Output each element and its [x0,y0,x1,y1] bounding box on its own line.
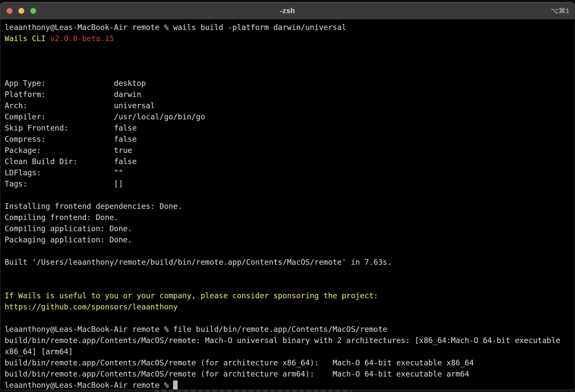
background-window-text-smudge [155,390,352,392]
terminal-line: Built '/Users/leaanthony/remote/build/bi… [5,257,575,268]
terminal-cursor [173,380,178,389]
minimize-button[interactable] [18,8,24,14]
traffic-lights [7,2,36,19]
terminal-line: Compiler: /usr/local/go/bin/go [5,111,575,122]
window-title: -zsh [0,7,575,15]
terminal-line [5,66,575,78]
terminal-line [5,189,575,201]
terminal-line [5,44,575,55]
terminal-line [5,55,575,66]
window-shortcut-hint: ⌥⌘1 [551,2,569,19]
terminal-line: Wails CLI v2.0.0-beta.15 [5,33,575,44]
terminal-line: Arch: universal [5,100,575,111]
terminal-line: Platform: darwin [5,89,575,100]
terminal-line: Tags: [] [5,178,575,189]
terminal-line: Skip Frontend: false [5,122,575,134]
titlebar[interactable]: -zsh ⌥⌘1 [0,2,575,19]
terminal-line [5,268,575,279]
terminal-line [5,279,575,290]
terminal-line: App Type: desktop [5,78,575,89]
terminal-line: leaanthony@Leas-MacBook-Air remote % fil… [5,324,575,335]
terminal-line: Compress: false [5,134,575,145]
terminal-line: leaanthony@Leas-MacBook-Air remote % wai… [5,22,575,33]
terminal-line: Compiling frontend: Done. [5,212,575,223]
zoom-button[interactable] [30,8,36,14]
terminal-line: Compiling application: Done. [5,223,575,234]
close-button[interactable] [7,8,12,14]
background-window-sliver [0,390,575,392]
terminal-line [5,245,575,257]
terminal-line: build/bin/remote.app/Contents/MacOS/remo… [5,335,575,346]
terminal-content[interactable]: leaanthony@Leas-MacBook-Air remote % wai… [0,19,575,390]
terminal-line: build/bin/remote.app/Contents/MacOS/remo… [5,357,575,368]
terminal-line: LDFlags: "" [5,167,575,178]
terminal-line: leaanthony@Leas-MacBook-Air remote % [5,380,575,390]
terminal-line: Packaging application: Done. [5,234,575,245]
terminal-line: Clean Build Dir: false [5,156,575,167]
terminal-line: Package: true [5,145,575,156]
terminal-window: -zsh ⌥⌘1 leaanthony@Leas-MacBook-Air rem… [0,2,575,390]
terminal-line: build/bin/remote.app/Contents/MacOS/remo… [5,368,575,380]
terminal-line: Installing frontend dependencies: Done. [5,201,575,212]
terminal-line: x86_64] [arm64] [5,346,575,357]
terminal-line: https://github.com/sponsors/leaanthony [5,301,575,312]
terminal-line: If Wails is useful to you or your compan… [5,290,575,301]
terminal-line [5,312,575,324]
